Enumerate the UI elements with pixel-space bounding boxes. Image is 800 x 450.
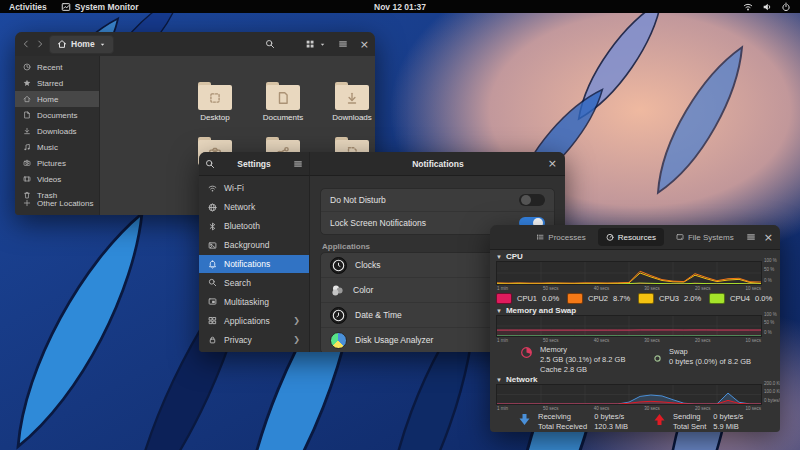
collapse-triangle-icon: ▼ (496, 308, 502, 314)
wifi-icon (208, 184, 217, 193)
cpu-x-axis: 1 min50 secs40 secs30 secs20 secs10 secs (496, 286, 762, 291)
memory-pie-icon (520, 346, 533, 359)
cpu4-legend-item[interactable]: CPU40.0% (709, 293, 774, 304)
monitor-close-button[interactable]: × (764, 232, 773, 243)
document-icon (23, 111, 31, 119)
chevron-right-icon: ❯ (293, 316, 300, 325)
settings-menu-button[interactable] (293, 159, 303, 169)
desktop: Activities System Monitor Nov 12 01:37 H… (0, 0, 800, 450)
cpu3-swatch (638, 293, 654, 304)
clocks-app-icon (330, 257, 347, 274)
caret-down-icon (99, 41, 106, 48)
sidebar-item-pictures[interactable]: Pictures (15, 155, 99, 171)
tab-file-systems[interactable]: File Systems (668, 228, 742, 246)
cpu2-swatch (567, 293, 583, 304)
files-close-button[interactable]: × (360, 39, 369, 50)
settings-item-notifications[interactable]: Notifications (199, 255, 309, 274)
sidebar-item-documents[interactable]: Documents (15, 107, 99, 123)
tab-resources[interactable]: Resources (598, 228, 664, 246)
folder-documents[interactable]: Documents (257, 82, 309, 122)
applications-section-label: Applications (322, 242, 370, 251)
files-menu-button[interactable] (338, 39, 348, 49)
search-button[interactable] (265, 39, 275, 49)
cpu-chart (496, 261, 762, 285)
do-not-disturb-toggle[interactable] (519, 194, 545, 206)
network-section-header[interactable]: ▼ Network (496, 375, 538, 384)
swap-stats: Swap 0 bytes (0.0%) of 8.2 GB (653, 347, 751, 367)
view-grid-button[interactable] (305, 39, 315, 49)
tab-processes[interactable]: Processes (528, 228, 593, 246)
memory-section-header[interactable]: ▼ Memory and Swap (496, 306, 576, 315)
folder-downloads[interactable]: Downloads (326, 82, 375, 122)
monitor-headerbar: Processes Resources File Systems × (490, 225, 780, 250)
multitasking-icon (208, 297, 217, 306)
focused-app-menu[interactable]: System Monitor (61, 2, 139, 12)
swap-dot-icon (653, 354, 662, 363)
sidebar-item-music[interactable]: Music (15, 139, 99, 155)
settings-item-network[interactable]: Network (199, 198, 309, 217)
settings-close-button[interactable]: × (548, 158, 557, 169)
memory-x-axis: 1 min50 secs40 secs30 secs20 secs10 secs (496, 338, 762, 343)
datetime-app-icon (330, 307, 347, 324)
camera-icon (23, 159, 31, 167)
settings-item-applications[interactable]: Applications ❯ (199, 311, 309, 330)
sidebar-item-videos[interactable]: Videos (15, 171, 99, 187)
forward-button[interactable] (35, 39, 45, 49)
network-wifi-icon (743, 2, 753, 12)
path-bar-button[interactable]: Home (49, 35, 114, 54)
memory-y-axis: 100 % 50 % 0 % (764, 312, 780, 338)
resources-icon (606, 233, 614, 241)
sidebar-item-recent[interactable]: Recent (15, 59, 99, 75)
cpu1-swatch (496, 293, 512, 304)
receiving-stats: Receiving Total Received 0 bytes/s 120.3… (518, 412, 628, 432)
settings-search-button[interactable] (205, 159, 215, 169)
settings-item-multitasking[interactable]: Multitasking (199, 292, 309, 311)
system-tray[interactable] (743, 2, 800, 12)
home-icon (23, 95, 31, 103)
download-folder-icon (345, 91, 359, 105)
plus-icon (23, 199, 31, 207)
disk-usage-app-icon (330, 332, 347, 349)
desktop-folder-icon (208, 91, 222, 105)
settings-item-background[interactable]: Background (199, 236, 309, 255)
activities-button[interactable]: Activities (9, 2, 47, 12)
volume-icon (762, 2, 772, 12)
back-button[interactable] (21, 39, 31, 49)
receiving-arrow-icon (518, 413, 531, 426)
color-app-icon (330, 283, 345, 298)
folder-desktop[interactable]: Desktop (189, 82, 241, 122)
cpu3-legend-item[interactable]: CPU32.0% (638, 293, 703, 304)
settings-item-wifi[interactable]: Wi-Fi (199, 179, 309, 198)
bluetooth-icon (208, 222, 217, 231)
search-icon (208, 278, 217, 287)
collapse-triangle-icon: ▼ (496, 377, 502, 383)
network-y-axis: 200.0 KiB/s 100.0 KiB/s 0 bytes/s (764, 381, 780, 406)
lock-icon (208, 335, 217, 344)
sidebar-item-starred[interactable]: Starred (15, 75, 99, 91)
settings-title: Settings (215, 159, 293, 169)
settings-item-bluetooth[interactable]: Bluetooth (199, 217, 309, 236)
cpu1-legend-item[interactable]: CPU10.0% (496, 293, 561, 304)
sending-stats: Sending Total Sent 0 bytes/s 5.9 MiB (653, 412, 743, 432)
settings-item-privacy[interactable]: Privacy ❯ (199, 330, 309, 349)
sidebar-item-downloads[interactable]: Downloads (15, 123, 99, 139)
background-icon (208, 241, 217, 250)
view-options-caret[interactable] (319, 41, 326, 48)
files-sidebar: Recent Starred Home Documents Downloads … (15, 56, 100, 215)
sidebar-item-home[interactable]: Home (15, 91, 99, 107)
memory-chart (496, 315, 762, 337)
cpu2-legend-item[interactable]: CPU28.7% (567, 293, 632, 304)
cpu4-swatch (709, 293, 725, 304)
monitor-menu-button[interactable] (746, 232, 756, 242)
cpu-section-header[interactable]: ▼ CPU (496, 252, 523, 261)
music-icon (23, 143, 31, 151)
bell-icon (208, 260, 217, 269)
download-icon (23, 127, 31, 135)
do-not-disturb-row[interactable]: Do Not Disturb (321, 189, 554, 212)
files-headerbar: Home × (15, 32, 375, 57)
apps-grid-icon (208, 316, 217, 325)
settings-item-search[interactable]: Search (199, 273, 309, 292)
power-icon (781, 2, 791, 12)
processes-icon (536, 233, 544, 241)
app-window-icon (61, 2, 71, 12)
